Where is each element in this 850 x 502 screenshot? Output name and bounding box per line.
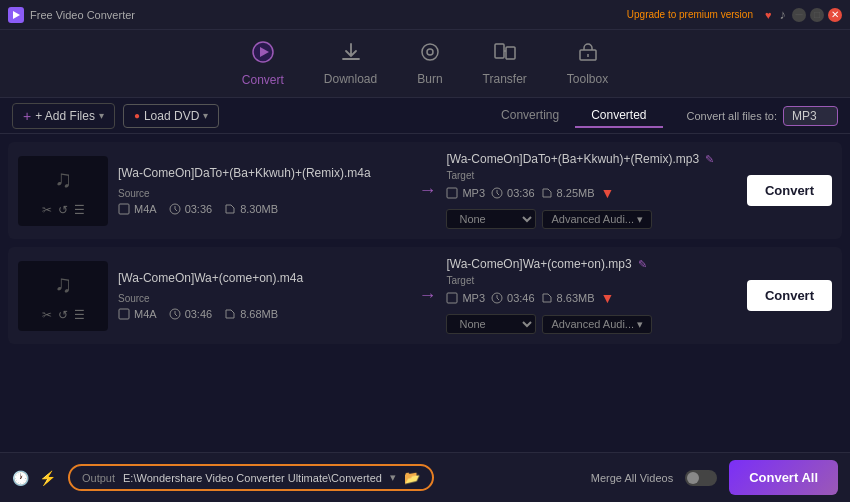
- add-files-dropdown-icon: ▾: [99, 110, 104, 121]
- format-select[interactable]: MP3 MP4 AVI: [783, 106, 838, 126]
- app-icon: [8, 7, 24, 23]
- plus-icon: +: [23, 108, 31, 124]
- edit-icon-2[interactable]: ✎: [638, 258, 647, 271]
- nav-bar: Convert Download Burn Transfer Toolbox: [0, 30, 850, 98]
- add-files-button[interactable]: + + Add Files ▾: [12, 103, 115, 129]
- output-dropdown-icon[interactable]: ▾: [390, 471, 396, 484]
- clock-icon[interactable]: 🕐: [12, 470, 29, 486]
- tab-converting[interactable]: Converting: [485, 104, 575, 128]
- menu-icon-1[interactable]: ☰: [74, 203, 85, 217]
- target-row-controls-1: MP3 03:36 8.25MB ▼: [446, 185, 736, 201]
- nav-toolbox-label: Toolbox: [567, 72, 608, 86]
- target-duration-2: 03:46: [491, 292, 535, 304]
- svg-rect-18: [119, 309, 129, 319]
- target-format-label-2: MP3: [462, 292, 485, 304]
- effect-row-2: None Advanced Audi... ▾: [446, 314, 736, 334]
- music-icon: ♪: [780, 7, 787, 22]
- target-info-1: [Wa-ComeOn]DaTo+(Ba+Kkwuh)+(Remix).mp3 ✎…: [446, 152, 736, 229]
- effect-row-1: None Advanced Audi... ▾: [446, 209, 736, 229]
- target-filename-1: [Wa-ComeOn]DaTo+(Ba+Kkwuh)+(Remix).mp3 ✎: [446, 152, 736, 166]
- tab-group: Converting Converted: [485, 104, 662, 128]
- title-bar-left: Free Video Converter: [8, 7, 135, 23]
- output-folder-icon[interactable]: 📂: [404, 470, 420, 485]
- load-dvd-button[interactable]: ● Load DVD ▾: [123, 104, 219, 128]
- target-size-label-2: 8.63MB: [557, 292, 595, 304]
- file-actions-2: ✂ ↺ ☰: [42, 308, 85, 322]
- nav-burn[interactable]: Burn: [417, 41, 442, 86]
- source-format-2: M4A: [118, 308, 157, 320]
- svg-line-21: [175, 314, 177, 316]
- title-bar-right: Upgrade to premium version ♥ ♪ ─ □ ✕: [627, 7, 842, 22]
- file-thumbnail-1: ♫ ✂ ↺ ☰: [18, 156, 108, 226]
- source-duration-label-2: 03:46: [185, 308, 213, 320]
- lightning-icon[interactable]: ⚡: [39, 470, 56, 486]
- target-info-2: [Wa-ComeOn]Wa+(come+on).mp3 ✎ Target MP3…: [446, 257, 736, 334]
- download-nav-icon: [340, 41, 362, 68]
- target-name-label-1: [Wa-ComeOn]DaTo+(Ba+Kkwuh)+(Remix).mp3: [446, 152, 699, 166]
- advanced-dropdown-icon-2: ▾: [637, 318, 643, 331]
- arrow-icon-1: →: [418, 180, 436, 201]
- music-note-icon-2: ♫: [54, 270, 72, 298]
- quality-dropdown-2[interactable]: ▼: [601, 290, 615, 306]
- convert-button-2[interactable]: Convert: [747, 280, 832, 311]
- quality-dropdown-1[interactable]: ▼: [601, 185, 615, 201]
- source-format-label-1: M4A: [134, 203, 157, 215]
- output-path: E:\Wondershare Video Converter Ultimate\…: [123, 472, 382, 484]
- nav-download[interactable]: Download: [324, 41, 377, 86]
- rotate-icon-1[interactable]: ↺: [58, 203, 68, 217]
- arrow-icon-2: →: [418, 285, 436, 306]
- svg-rect-10: [119, 204, 129, 214]
- source-size-1: 8.30MB: [224, 203, 278, 215]
- output-group: Output E:\Wondershare Video Converter Ul…: [68, 464, 434, 491]
- advanced-label-1: Advanced Audi...: [551, 213, 634, 225]
- nav-burn-label: Burn: [417, 72, 442, 86]
- title-bar: Free Video Converter Upgrade to premium …: [0, 0, 850, 30]
- file-info-2: [Wa-ComeOn]Wa+(come+on).m4a Source M4A 0…: [118, 271, 408, 320]
- music-note-icon-1: ♫: [54, 165, 72, 193]
- effect-select-2[interactable]: None: [446, 314, 536, 334]
- load-dvd-label: Load DVD: [144, 109, 199, 123]
- source-meta-row-2: M4A 03:46 8.68MB: [118, 308, 408, 320]
- menu-icon-2[interactable]: ☰: [74, 308, 85, 322]
- merge-toggle[interactable]: [685, 470, 717, 486]
- svg-rect-5: [495, 44, 504, 58]
- cut-icon-2[interactable]: ✂: [42, 308, 52, 322]
- convert-button-1[interactable]: Convert: [747, 175, 832, 206]
- svg-point-4: [427, 49, 433, 55]
- toggle-thumb: [687, 472, 699, 484]
- tab-converted[interactable]: Converted: [575, 104, 662, 128]
- advanced-btn-1[interactable]: Advanced Audi... ▾: [542, 210, 652, 229]
- advanced-dropdown-icon-1: ▾: [637, 213, 643, 226]
- target-duration-1: 03:36: [491, 187, 535, 199]
- rotate-icon-2[interactable]: ↺: [58, 308, 68, 322]
- nav-transfer[interactable]: Transfer: [483, 41, 527, 86]
- file-actions-1: ✂ ↺ ☰: [42, 203, 85, 217]
- svg-line-17: [497, 193, 499, 195]
- svg-rect-14: [447, 188, 457, 198]
- source-meta-row-1: M4A 03:36 8.30MB: [118, 203, 408, 215]
- file-info-1: [Wa-ComeOn]DaTo+(Ba+Kkwuh)+(Remix).m4a S…: [118, 166, 408, 215]
- source-format-label-2: M4A: [134, 308, 157, 320]
- nav-convert-label: Convert: [242, 73, 284, 87]
- advanced-btn-2[interactable]: Advanced Audi... ▾: [542, 315, 652, 334]
- maximize-button[interactable]: □: [810, 8, 824, 22]
- bottom-bar: 🕐 ⚡ Output E:\Wondershare Video Converte…: [0, 452, 850, 502]
- effect-select-1[interactable]: None: [446, 209, 536, 229]
- source-duration-1: 03:36: [169, 203, 213, 215]
- edit-icon-1[interactable]: ✎: [705, 153, 714, 166]
- minimize-button[interactable]: ─: [792, 8, 806, 22]
- upgrade-link[interactable]: Upgrade to premium version: [627, 9, 753, 20]
- cut-icon-1[interactable]: ✂: [42, 203, 52, 217]
- transfer-nav-icon: [493, 41, 517, 68]
- source-format-1: M4A: [118, 203, 157, 215]
- svg-rect-22: [447, 293, 457, 303]
- nav-download-label: Download: [324, 72, 377, 86]
- nav-convert[interactable]: Convert: [242, 40, 284, 87]
- nav-toolbox[interactable]: Toolbox: [567, 41, 608, 86]
- source-label-2: Source: [118, 293, 408, 304]
- source-duration-label-1: 03:36: [185, 203, 213, 215]
- convert-all-button[interactable]: Convert All: [729, 460, 838, 495]
- nav-transfer-label: Transfer: [483, 72, 527, 86]
- source-filename-2: [Wa-ComeOn]Wa+(come+on).m4a: [118, 271, 408, 285]
- close-button[interactable]: ✕: [828, 8, 842, 22]
